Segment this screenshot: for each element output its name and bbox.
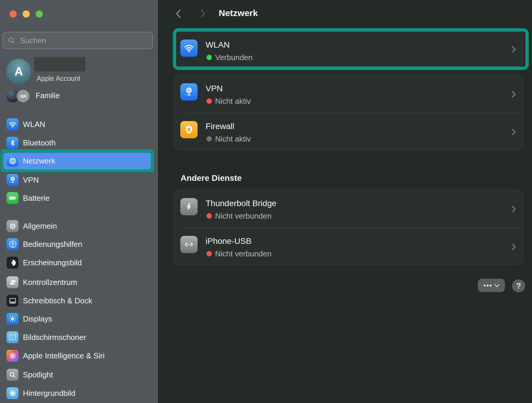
chevron-right-icon bbox=[200, 9, 206, 18]
sidebar-item-netzwerk[interactable]: Netzwerk bbox=[4, 153, 151, 169]
status-row: Nicht aktiv bbox=[206, 135, 251, 143]
chevron-right-icon bbox=[512, 243, 516, 250]
close-window-button[interactable] bbox=[10, 10, 17, 18]
ellipsis-chevron-icon bbox=[483, 282, 500, 289]
network-services-card: VPN Nicht aktiv Firewall Nicht aktiv bbox=[173, 75, 523, 150]
system-settings-window: { "colors": { "annotation": "#0f9488", "… bbox=[0, 0, 532, 403]
sidebar-item-kontrollzentrum[interactable]: Kontrollzentrum bbox=[4, 274, 151, 291]
sidebar-item-label: Hintergrundbild bbox=[23, 389, 75, 398]
sidebar-item-apple-intelligence-siri[interactable]: Apple Intelligence & Siri bbox=[4, 347, 151, 364]
sidebar-item-schreibtisch-dock[interactable]: Schreibtisch & Dock bbox=[4, 292, 151, 309]
main-content: Netzwerk WLAN Verbunden VPN N bbox=[159, 0, 532, 403]
other-services-card: Thunderbolt Bridge Nicht verbunden iPhon… bbox=[173, 190, 523, 265]
sidebar: A Apple Account NR Familie WLAN Bluetoot… bbox=[0, 0, 159, 403]
sidebar-item-label: Schreibtisch & Dock bbox=[23, 296, 92, 305]
sidebar-item-hintergrundbild[interactable]: Hintergrundbild bbox=[4, 385, 151, 402]
sidebar-item-batterie[interactable]: Batterie bbox=[4, 190, 151, 206]
search-field-wrap bbox=[3, 32, 153, 49]
back-button[interactable] bbox=[176, 9, 181, 18]
family-badge-initials: NR bbox=[20, 94, 26, 99]
sidebar-item-family[interactable]: Familie bbox=[36, 91, 60, 100]
vpn-globe-icon bbox=[180, 83, 198, 101]
wifi-icon bbox=[180, 40, 198, 57]
sidebar-item-spotlight[interactable]: Spotlight bbox=[4, 366, 151, 383]
status-row: Nicht aktiv bbox=[206, 97, 251, 105]
accessibility-icon bbox=[7, 238, 18, 250]
sidebar-item-wlan[interactable]: WLAN bbox=[4, 116, 151, 133]
sidebar-item-label: Bluetooth bbox=[23, 138, 56, 148]
sidebar-item-label: Bedienungshilfen bbox=[23, 240, 82, 249]
sidebar-item-displays[interactable]: Displays bbox=[4, 311, 151, 327]
status-dot-gray bbox=[206, 136, 212, 142]
firewall-row[interactable]: Firewall Nicht aktiv bbox=[174, 113, 523, 151]
siri-rosette-icon bbox=[7, 350, 18, 362]
sidebar-item-vpn[interactable]: VPN bbox=[4, 172, 151, 188]
row-title: VPN bbox=[206, 84, 223, 93]
minimize-window-button[interactable] bbox=[23, 10, 30, 18]
status-dot-green bbox=[206, 55, 212, 60]
sidebar-item-bildschirmschoner[interactable]: Bildschirmschoner bbox=[4, 329, 151, 346]
sidebar-item-erscheinungsbild[interactable]: Erscheinungsbild bbox=[4, 254, 151, 271]
status-row: Verbunden bbox=[206, 54, 253, 61]
zoom-window-button[interactable] bbox=[36, 10, 43, 18]
vpn-row[interactable]: VPN Nicht aktiv bbox=[174, 76, 523, 113]
sidebar-item-label: Displays bbox=[23, 314, 52, 324]
sidebar-item-bluetooth[interactable]: Bluetooth bbox=[4, 134, 151, 151]
desktop-window-icon bbox=[7, 295, 18, 307]
status-text: Verbunden bbox=[215, 54, 253, 61]
thunderbolt-bridge-row[interactable]: Thunderbolt Bridge Nicht verbunden bbox=[174, 190, 523, 228]
battery-icon bbox=[7, 192, 18, 204]
chevron-right-icon bbox=[512, 91, 516, 98]
sidebar-item-label: Spotlight bbox=[23, 370, 53, 380]
more-options-button[interactable] bbox=[478, 279, 505, 292]
row-title: iPhone-USB bbox=[206, 237, 251, 246]
wlan-row[interactable]: WLAN Verbunden bbox=[173, 32, 523, 67]
thunderbolt-icon bbox=[180, 198, 198, 215]
sidebar-item-label: WLAN bbox=[23, 120, 45, 129]
chevron-right-icon bbox=[512, 128, 516, 136]
help-button[interactable]: ? bbox=[512, 279, 525, 292]
avatar[interactable]: A bbox=[6, 59, 31, 84]
iphone-usb-row[interactable]: iPhone-USB Nicht verbunden bbox=[174, 228, 523, 266]
row-title: Firewall bbox=[206, 122, 234, 131]
status-dot-red bbox=[206, 251, 212, 256]
sidebar-item-label: Erscheinungsbild bbox=[23, 258, 82, 267]
sidebar-item-label: Apple Intelligence & Siri bbox=[23, 351, 105, 360]
gear-icon bbox=[7, 220, 18, 232]
avatar-initial: A bbox=[15, 65, 23, 78]
sidebar-item-label: Batterie bbox=[23, 194, 50, 203]
search-input[interactable] bbox=[3, 32, 153, 49]
bluetooth-icon bbox=[7, 137, 18, 149]
sidebar-item-label: Bildschirmschoner bbox=[23, 333, 86, 342]
toggles-icon bbox=[7, 276, 18, 288]
sun-icon bbox=[7, 313, 18, 325]
sidebar-item-bedienungshilfen[interactable]: Bedienungshilfen bbox=[4, 236, 151, 253]
chevron-right-icon bbox=[512, 206, 516, 213]
question-mark-icon: ? bbox=[516, 281, 521, 291]
status-dot-red bbox=[206, 213, 212, 219]
chevron-right-icon bbox=[512, 46, 516, 53]
row-title: Thunderbolt Bridge bbox=[206, 199, 276, 208]
sidebar-item-label: Kontrollzentrum bbox=[23, 278, 77, 287]
sidebar-item-allgemein[interactable]: Allgemein bbox=[4, 218, 151, 234]
status-row: Nicht verbunden bbox=[206, 250, 271, 258]
sidebar-item-apple-account[interactable]: Apple Account bbox=[37, 75, 80, 83]
status-text: Nicht verbunden bbox=[215, 212, 271, 220]
chevron-left-icon bbox=[176, 9, 181, 18]
family-avatar-badge: NR bbox=[16, 89, 30, 103]
forward-button[interactable] bbox=[200, 9, 206, 18]
wifi-icon bbox=[7, 118, 18, 130]
usb-connection-icon bbox=[180, 236, 198, 253]
vpn-globe-icon bbox=[7, 174, 18, 186]
status-text: Nicht aktiv bbox=[215, 97, 251, 105]
account-name-redacted bbox=[34, 57, 85, 71]
sidebar-item-label: Netzwerk bbox=[23, 156, 55, 166]
status-text: Nicht verbunden bbox=[215, 250, 271, 258]
flower-icon bbox=[7, 387, 18, 399]
appearance-contrast-icon bbox=[7, 257, 18, 269]
status-dot-red bbox=[206, 98, 212, 104]
sidebar-item-label: VPN bbox=[23, 175, 39, 185]
row-title: WLAN bbox=[206, 40, 230, 49]
status-row: Nicht verbunden bbox=[206, 212, 271, 220]
firewall-shield-icon bbox=[180, 121, 198, 138]
